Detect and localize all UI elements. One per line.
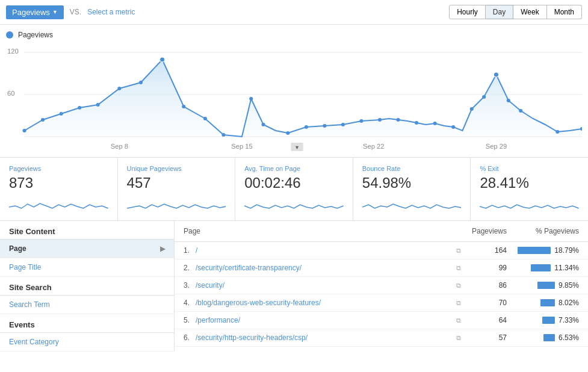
data-point [203,117,207,120]
pct-bar [537,282,555,289]
data-point [397,118,400,122]
row-pageviews: 99 [465,264,507,272]
metric-value-unique: 457 [127,175,226,191]
chart-legend-label: Pageviews [18,31,53,39]
svg-text:▼: ▼ [294,144,300,150]
row-copy-icon[interactable]: ⧉ [453,264,465,272]
svg-text:Sep 22: Sep 22 [363,143,384,150]
row-pageviews: 164 [465,246,507,255]
row-pct: 9.85% [507,281,579,290]
sidebar-item-page-label: Page [9,244,26,253]
data-point [433,122,437,125]
sidebar-item-event-category[interactable]: Event Category [0,333,174,352]
metric-button[interactable]: Pageviews ▼ [6,5,64,19]
sidebar: Site Content Page ▶ Page Title Site Sear… [0,221,175,352]
chart-legend: Pageviews [6,31,582,39]
metric-card-avgtime: Avg. Time on Page 00:02:46 [235,158,353,220]
metric-card-exit: % Exit 28.41% [471,158,588,220]
data-point [182,105,185,108]
sparkline-exit [480,195,579,213]
row-pageviews: 70 [465,299,507,307]
row-link[interactable]: /security/certificate-transparency/ [196,264,453,272]
table-header: Page Pageviews % Pageviews [175,221,588,242]
data-point [507,99,510,102]
row-pct: 7.33% [507,316,579,324]
data-point [60,112,63,116]
select-metric-link[interactable]: Select a metric [87,8,135,16]
pct-bar [540,299,555,306]
pct-bar [542,317,555,324]
metric-card-unique: Unique Pageviews 457 [118,158,236,220]
data-point [519,109,522,113]
metric-card-bounce: Bounce Rate 54.98% [353,158,471,220]
row-pct: 11.34% [507,264,579,272]
sidebar-item-event-category-label: Event Category [9,338,59,346]
row-copy-icon[interactable]: ⧉ [453,334,465,342]
week-button[interactable]: Week [513,5,546,19]
time-controls: Hourly Day Week Month [449,5,582,19]
vs-label: VS. [70,8,81,16]
row-link[interactable]: /security/ [196,281,453,290]
metrics-row: Pageviews 873 Unique Pageviews 457 Avg. … [0,157,588,221]
row-number: 6. [184,333,196,342]
data-point [22,129,26,132]
sidebar-item-page-title[interactable]: Page Title [0,258,174,277]
row-copy-icon[interactable]: ⧉ [453,247,465,255]
chart-area-fill [25,60,582,137]
sidebar-item-page[interactable]: Page ▶ [0,240,174,258]
sidebar-section-site-search: Site Search [0,277,174,296]
table-area: Page Pageviews % Pageviews 1. / ⧉ 164 18… [175,221,588,352]
row-link[interactable]: / [196,246,453,255]
row-pct: 6.53% [507,333,579,342]
hourly-button[interactable]: Hourly [449,5,486,19]
sidebar-item-search-term[interactable]: Search Term [0,296,174,314]
table-header-page: Page [184,227,453,235]
data-point [556,130,559,134]
data-point [139,81,143,84]
row-number: 1. [184,246,196,255]
sparkline-avgtime [244,195,344,213]
data-point [482,95,486,99]
table-row: 3. /security/ ⧉ 86 9.85% [175,277,588,294]
data-point [96,103,100,107]
data-point [341,123,345,126]
row-number: 4. [184,299,196,307]
row-copy-icon[interactable]: ⧉ [453,282,465,290]
sidebar-item-page-arrow: ▶ [160,245,165,253]
sidebar-section-site-content: Site Content [0,221,174,240]
metric-value-bounce: 54.98% [362,175,462,191]
table-header-pageviews: Pageviews [453,227,507,235]
metric-card-pageviews: Pageviews 873 [0,158,118,220]
data-point [451,125,455,129]
day-button[interactable]: Day [486,5,513,19]
sparkline-bounce [362,195,462,213]
metric-value-pageviews: 873 [9,175,108,191]
metric-dropdown-arrow: ▼ [52,9,58,15]
row-link[interactable]: /security/http-security-headers/csp/ [196,333,453,342]
pct-bar [543,334,555,341]
header: Pageviews ▼ VS. Select a metric Hourly D… [0,0,588,25]
data-point-peak [160,57,165,62]
row-number: 2. [184,264,196,272]
data-point [305,125,308,129]
row-link[interactable]: /blog/dangerous-web-security-features/ [196,299,453,307]
row-copy-icon[interactable]: ⧉ [453,317,465,324]
table-row: 1. / ⧉ 164 18.79% [175,242,588,259]
svg-text:Sep 8: Sep 8 [111,143,128,150]
sidebar-item-page-title-label: Page Title [9,263,41,271]
svg-text:60: 60 [7,90,14,97]
data-point [359,119,363,123]
row-link[interactable]: /performance/ [196,316,453,324]
metric-name-exit: % Exit [480,165,579,172]
data-point [286,131,289,135]
month-button[interactable]: Month [547,5,582,19]
row-copy-icon[interactable]: ⧉ [453,299,465,307]
metric-name-unique: Unique Pageviews [127,165,226,172]
svg-text:Sep 29: Sep 29 [486,143,507,150]
table-header-pct-pageviews: % Pageviews [507,227,579,235]
table-rows: 1. / ⧉ 164 18.79% 2. /security/certifica… [175,242,588,347]
metric-name-bounce: Bounce Rate [362,165,462,172]
data-point [470,107,474,111]
sparkline-unique [127,195,226,213]
table-row: 4. /blog/dangerous-web-security-features… [175,294,588,312]
